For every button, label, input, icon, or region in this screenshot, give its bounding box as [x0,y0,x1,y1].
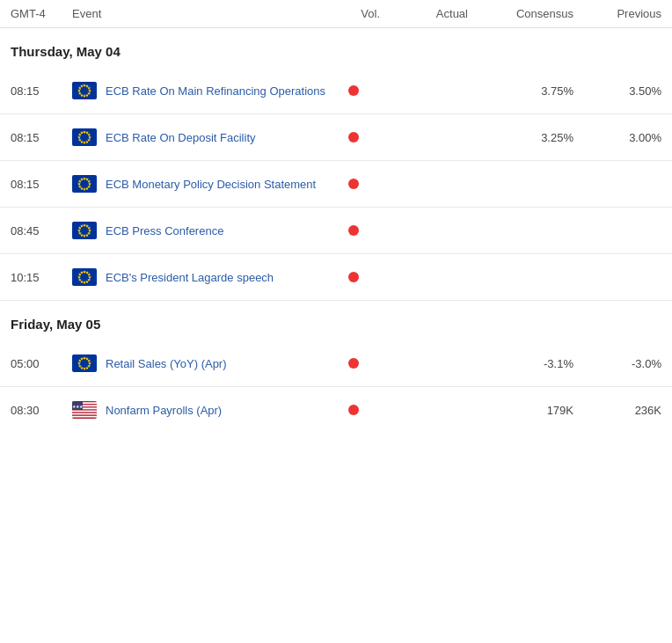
previous-value: 236K [573,404,661,417]
event-name-cell: Retail Sales (YoY) (Apr) [72,354,327,372]
event-time: 08:45 [11,224,72,237]
event-time: 08:15 [11,84,72,98]
volatility-dot [348,272,359,282]
event-name-cell: ECB's President Lagarde speech [72,268,327,286]
volatility-dot [348,179,359,189]
vol-cell [327,85,380,96]
eu-flag [72,222,97,239]
event-name[interactable]: ECB Rate On Deposit Facility [106,131,256,144]
eu-flag [72,82,97,99]
event-name[interactable]: Nonfarm Payrolls (Apr) [106,404,222,417]
event-name[interactable]: ECB's President Lagarde speech [106,271,274,284]
header-consensus: Consensus [468,7,573,20]
section-header-1: Friday, May 05 [0,301,672,340]
vol-cell [327,358,380,369]
table-row: 08:15 ECB Rate On Deposit Facility3.25%3… [0,114,672,161]
sections-container: Thursday, May 0408:15 ECB Rate On Main R… [0,28,672,433]
previous-value: -3.0% [573,357,661,370]
previous-value: 3.00% [573,131,661,144]
event-time: 05:00 [11,357,72,370]
vol-cell [327,179,380,189]
svg-rect-86 [72,412,97,413]
event-name[interactable]: ECB Monetary Policy Decision Statement [106,178,316,191]
volatility-dot [348,85,359,96]
svg-rect-88 [72,414,97,416]
event-time: 08:15 [11,178,72,191]
consensus-value: 3.75% [468,84,573,98]
volatility-dot [348,405,359,415]
volatility-dot [348,225,359,236]
event-time: 08:30 [11,404,72,417]
vol-cell [327,132,380,142]
event-name[interactable]: ECB Press Conference [106,224,223,237]
header-event: Event [72,7,327,20]
header-timezone: GMT-4 [11,7,72,20]
eu-flag [72,128,97,146]
economic-calendar: GMT-4 Event Vol. Actual Consensus Previo… [0,0,672,643]
event-name-cell: ECB Rate On Deposit Facility [72,128,327,146]
header-previous: Previous [573,7,661,20]
event-name-cell: ★★★ Nonfarm Payrolls (Apr) [72,401,327,419]
table-row: 08:45 ECB Press Conference [0,208,672,254]
table-row: 08:15 ECB Rate On Main Refinancing Opera… [0,68,672,114]
event-name[interactable]: Retail Sales (YoY) (Apr) [106,357,227,370]
header-actual: Actual [380,7,468,20]
eu-flag [72,354,97,372]
event-name-cell: ECB Monetary Policy Decision Statement [72,175,327,193]
consensus-value: 3.25% [468,131,573,144]
table-row: 08:30 ★★★ Nonfarm Payrolls (Apr)179K236K [0,387,672,433]
svg-rect-89 [72,416,97,418]
svg-rect-87 [72,413,97,415]
event-name-cell: ECB Press Conference [72,222,327,239]
volatility-dot [348,358,359,369]
header-vol: Vol. [327,7,380,20]
eu-flag [72,175,97,193]
event-name[interactable]: ECB Rate On Main Refinancing Operations [106,84,325,98]
vol-cell [327,405,380,415]
volatility-dot [348,132,359,142]
section-header-0: Thursday, May 04 [0,28,672,68]
consensus-value: 179K [468,404,573,417]
table-row: 05:00 Retail Sales (YoY) (Apr)-3.1%-3.0% [0,340,672,387]
vol-cell [327,272,380,282]
svg-rect-85 [72,411,97,413]
svg-text:★★★: ★★★ [72,404,84,409]
event-time: 10:15 [11,271,72,284]
us-flag: ★★★ [72,401,97,419]
table-header: GMT-4 Event Vol. Actual Consensus Previo… [0,0,672,28]
consensus-value: -3.1% [468,357,573,370]
event-name-cell: ECB Rate On Main Refinancing Operations [72,82,327,99]
vol-cell [327,225,380,236]
eu-flag [72,268,97,286]
table-row: 10:15 ECB's President Lagarde speech [0,254,672,301]
svg-rect-90 [72,417,97,419]
table-row: 08:15 ECB Monetary Policy Decision State… [0,161,672,208]
event-time: 08:15 [11,131,72,144]
previous-value: 3.50% [573,84,661,98]
